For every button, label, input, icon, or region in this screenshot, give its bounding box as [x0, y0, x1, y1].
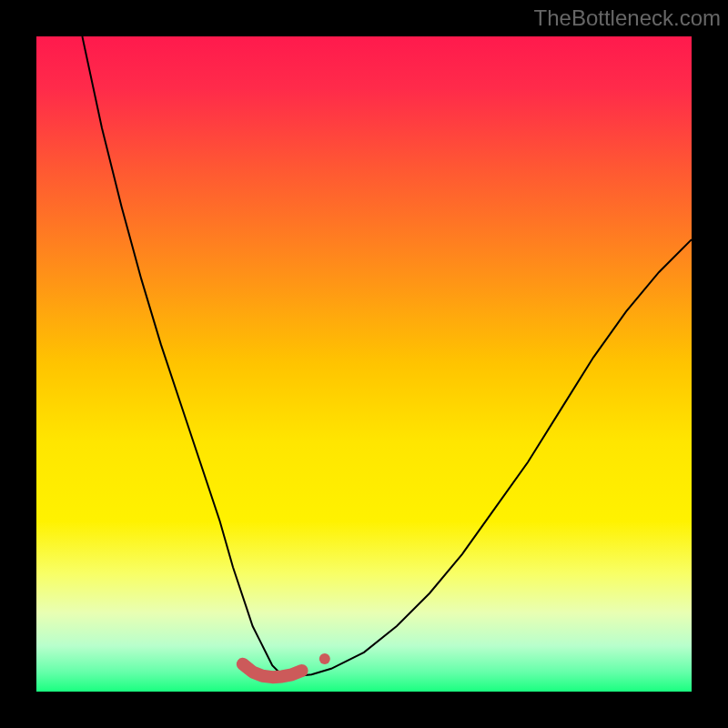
bottleneck-curve — [82, 36, 692, 676]
watermark-text: TheBottleneck.com — [534, 5, 721, 31]
curve-layer — [36, 36, 692, 692]
plot-area — [36, 36, 692, 692]
chart-frame: TheBottleneck.com — [0, 0, 728, 728]
highlighted-isolated-marker — [319, 653, 330, 664]
